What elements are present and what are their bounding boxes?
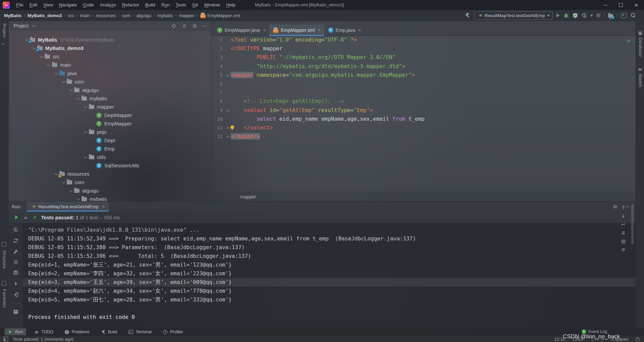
tree-item-utils[interactable]: utils — [8, 153, 211, 161]
tree-item-src[interactable]: src — [8, 52, 211, 61]
menu-refactor[interactable]: Refactor — [119, 2, 142, 7]
chevron-down-icon[interactable] — [82, 103, 89, 111]
expand-chevron-icon[interactable]: » — [24, 214, 28, 221]
tree-item-mapper[interactable]: mapper — [8, 103, 211, 111]
tool-window-button-profiler[interactable]: Profiler — [160, 328, 187, 336]
close-icon[interactable]: × — [358, 27, 361, 33]
tool-strip-database[interactable]: Database — [638, 38, 643, 57]
tree-item-java[interactable]: java — [8, 69, 211, 77]
code-line-3[interactable]: 3 PUBLIC "-//mybatis.org//DTD Mapper 3.0… — [211, 53, 636, 62]
tree-item-com[interactable]: com — [8, 178, 211, 186]
run-tab[interactable]: ResultMapTest.testGetAllEmp × — [27, 202, 109, 212]
tool-strip-project[interactable]: Project — [2, 23, 7, 38]
close-icon[interactable]: × — [318, 27, 320, 33]
tree-item-deptmapper[interactable]: IDeptMapper — [8, 111, 211, 119]
console-scrollbar[interactable] — [631, 204, 634, 244]
rerun-failed-icon[interactable] — [13, 238, 18, 243]
breadcrumb-item-empmapper.xml[interactable]: EmpMapper.xml — [200, 13, 240, 18]
chevron-down-icon[interactable] — [53, 69, 59, 77]
editor-breadcrumb-item[interactable]: mapper — [240, 194, 256, 199]
gear-icon[interactable] — [613, 204, 618, 209]
tool-window-button-terminal[interactable]: Terminal — [125, 328, 155, 336]
tree-item-sqlsessionutils[interactable]: CSqlSessionUtils — [8, 161, 211, 170]
fold-marker-icon[interactable] — [225, 132, 231, 141]
profiler-dropdown-icon[interactable]: ▼ — [591, 14, 593, 17]
tree-item-atguigu[interactable]: atguigu — [8, 186, 211, 195]
menu-run[interactable]: Run — [158, 2, 173, 7]
tree-item-mybatis[interactable]: MyBatisD:\IDEA\projects\MyBatis — [8, 36, 211, 44]
chevron-down-icon[interactable] — [67, 86, 74, 94]
search-icon[interactable] — [631, 13, 636, 18]
tree-item-emp[interactable]: CEmp — [8, 145, 211, 153]
menu-navigate[interactable]: Navigate — [56, 2, 80, 7]
code-line-10[interactable]: 10 select eid,emp_name empName,age,sex,e… — [211, 115, 636, 123]
close-icon[interactable]: × — [102, 204, 105, 209]
tool-strip-favorites[interactable]: Favorites — [2, 289, 7, 308]
build-hammer-icon[interactable] — [465, 13, 470, 18]
breadcrumb-item-com[interactable]: com — [122, 13, 130, 18]
tree-item-main[interactable]: main — [8, 61, 211, 69]
tool-window-toggle-icon[interactable] — [3, 337, 8, 341]
close-button[interactable]: ✕ — [629, 0, 644, 10]
chevron-down-icon[interactable] — [82, 128, 89, 136]
coverage-shield-icon[interactable] — [573, 13, 578, 18]
clear-console-icon[interactable]: ⊘ — [622, 247, 626, 252]
collapse-all-icon[interactable] — [182, 23, 187, 28]
tree-item-mybatis_demo3[interactable]: MyBatis_demo3 — [8, 44, 211, 52]
code-line-1[interactable]: 1<?xml version="1.0" encoding="UTF-8" ?> — [211, 36, 636, 44]
soft-wrap-icon[interactable]: ↩ — [622, 222, 626, 227]
structure-icon[interactable] — [2, 242, 6, 247]
menu-tools[interactable]: Tools — [173, 2, 190, 7]
code-line-4[interactable]: 4 "http://mybatis.org/dtd/mybatis-3-mapp… — [211, 62, 636, 71]
inspections-ok-icon[interactable]: ✔ — [627, 38, 631, 44]
code-line-6[interactable]: 6 — [211, 79, 636, 88]
tree-item-mybatis[interactable]: mybatis — [8, 195, 211, 201]
chevron-down-icon[interactable] — [38, 52, 45, 61]
profiler-clock-icon[interactable] — [582, 13, 587, 18]
intention-bulb-icon[interactable] — [230, 125, 234, 129]
breadcrumb-item-atguigu[interactable]: atguigu — [137, 13, 151, 18]
code-line-9[interactable]: 9 <select id="getAllEmp" resultType="Emp… — [211, 106, 636, 115]
tree-item-atguigu[interactable]: atguigu — [8, 86, 211, 94]
code-line-5[interactable]: 5<mapper namespace="com.atguigu.mybatis.… — [211, 71, 636, 79]
tool-window-button-build[interactable]: Build — [98, 328, 121, 336]
editor-tab-empmapper.xml[interactable]: EmpMapper.xml× — [269, 24, 324, 36]
menu-file[interactable]: File — [13, 2, 26, 7]
minimize-button[interactable] — [598, 0, 613, 10]
tree-item-dept[interactable]: CDept — [8, 136, 211, 145]
breadcrumb-item-mybatis[interactable]: MyBatis — [4, 13, 21, 18]
snapshot-camera-icon[interactable] — [13, 270, 18, 275]
fold-marker-icon[interactable] — [225, 106, 231, 115]
run-configuration-select[interactable]: ResultMapTest.testGetAllEmp ▼ — [474, 11, 552, 20]
maximize-button[interactable] — [613, 0, 629, 10]
tree-item-resources[interactable]: resources — [8, 170, 211, 178]
chevron-down-icon[interactable] — [60, 178, 67, 186]
favorites-icon[interactable] — [2, 281, 6, 286]
close-icon[interactable]: × — [263, 27, 266, 33]
chevron-down-icon[interactable] — [31, 21, 37, 31]
code-line-2[interactable]: 2<!DOCTYPE mapper — [211, 44, 636, 53]
project-panel-title[interactable]: Project — [14, 23, 29, 28]
scroll-up-icon[interactable]: ↑ — [622, 205, 626, 210]
tool-window-button-todo[interactable]: TODO — [31, 328, 57, 336]
menu-help[interactable]: Help — [223, 2, 238, 7]
menu-build[interactable]: Build — [142, 2, 158, 7]
stop-icon[interactable] — [14, 260, 18, 264]
status-message[interactable]: Tests passed: 1 (moments ago) — [13, 337, 73, 342]
editor-tab-empmapper.java[interactable]: IEmpMapper.java× — [213, 24, 269, 36]
breadcrumb-item-mapper[interactable]: mapper — [179, 13, 194, 18]
run-anything-icon[interactable] — [621, 13, 627, 18]
tool-strip-maven[interactable]: Maven — [638, 74, 643, 87]
editor-tab-emp.java[interactable]: CEmp.java× — [324, 24, 365, 36]
gear-icon[interactable] — [192, 23, 197, 28]
menu-analyze[interactable]: Analyze — [97, 2, 119, 7]
run-button[interactable] — [556, 13, 560, 17]
code-line-8[interactable]: 8 <!-- List<Emp> getAllEmp(); --> — [211, 97, 636, 106]
chevron-down-icon[interactable] — [67, 186, 74, 195]
tool-strip-structure[interactable]: Structure — [2, 250, 7, 269]
stop-button[interactable] — [596, 13, 600, 17]
thread-dump-icon[interactable] — [13, 281, 18, 286]
breadcrumb-item-mybatis[interactable]: mybatis — [157, 13, 173, 18]
breadcrumb-item-mybatis_demo3[interactable]: MyBatis_demo3 — [28, 13, 62, 18]
code-line-7[interactable]: 7 — [211, 88, 636, 97]
